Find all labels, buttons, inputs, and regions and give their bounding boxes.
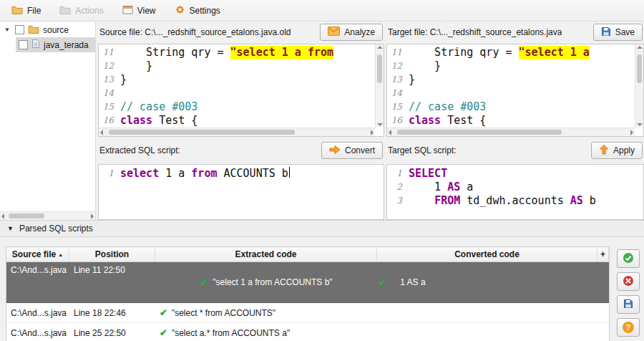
converted-line: 1 AS a [391, 277, 513, 288]
code-token: b [583, 194, 596, 208]
source-code-editor[interactable]: 11 String qry = "select 1 a from 12 } 13… [98, 44, 384, 137]
code-line: 12 } [387, 59, 643, 73]
cell-extracted-code: ✔ "select * from ACCOUNTS" [155, 303, 377, 322]
scrollbar-thumb[interactable] [397, 130, 562, 135]
code-line: 11 String qry = "select 1 a [387, 46, 643, 59]
code-line: 15// case #003 [387, 100, 643, 114]
cell-converted-code [377, 323, 597, 341]
vertical-scrollbar[interactable] [635, 44, 643, 128]
extracted-code-text: "select a.* from ACCOUNTS a" [172, 328, 290, 338]
comment-token: // case #003 [409, 100, 486, 114]
scroll-left-icon[interactable] [389, 130, 391, 135]
line-number: 12 [99, 59, 120, 73]
tree-item-source[interactable]: ▼ source [0, 22, 95, 37]
sort-asc-icon: ▲ [58, 252, 63, 257]
java-file-checkbox[interactable] [19, 40, 28, 49]
parsed-scripts-header[interactable]: ▼ Parsed SQL scripts [0, 220, 644, 237]
source-folder-checkbox[interactable] [15, 25, 24, 34]
save-button[interactable]: Save [593, 24, 643, 41]
scrollbar-thumb[interactable] [377, 54, 382, 83]
tree-item-label: source [43, 25, 69, 35]
code-line: 3 FROM td_dwh.accounts AS b [387, 194, 643, 208]
analyze-button[interactable]: Analyze [320, 24, 383, 41]
code-line: 16class Test { [99, 114, 384, 128]
extracted-sql-editor[interactable]: 1select 1 a from ACCOUNTS b [98, 164, 384, 220]
code-line: 13} [99, 73, 384, 87]
arrow-right-icon [329, 145, 341, 157]
expander-icon[interactable]: ▼ [4, 27, 11, 33]
reject-button[interactable] [617, 272, 640, 291]
keyword-token: class [409, 114, 441, 128]
column-header-position[interactable]: Position [69, 247, 155, 261]
menu-view-label: View [137, 6, 156, 16]
target-sql-editor[interactable]: 1SELECT 2 1 AS a 3 FROM td_dwh.accounts … [386, 164, 644, 220]
convert-button[interactable]: Convert [321, 142, 383, 159]
cell-position: Line 18 22:46 [69, 303, 155, 322]
code-token [409, 194, 434, 208]
column-header-converted-code[interactable]: Converted code [377, 247, 597, 261]
code-line: 13} [387, 73, 643, 87]
scroll-right-icon[interactable] [91, 213, 94, 219]
gear-icon [175, 4, 185, 17]
source-file-title: Source file: C:\..._redshift_source_etal… [99, 27, 291, 37]
menu-view[interactable]: View [117, 2, 165, 19]
vertical-scrollbar[interactable] [375, 44, 384, 128]
column-header-source-file[interactable]: Source file ▲ [6, 247, 69, 261]
check-icon: ✔ [200, 278, 208, 287]
cell-converted-code [377, 303, 597, 322]
cell-source-file: C:\And...s.java [6, 323, 69, 341]
scroll-down-icon[interactable] [637, 123, 643, 126]
scrollbar-thumb[interactable] [637, 54, 642, 83]
menu-settings[interactable]: Settings [169, 1, 229, 20]
keyword-token: select [120, 167, 159, 181]
cell-extracted-code: ✔ "select a.* from ACCOUNTS a" [155, 323, 377, 341]
code-token: a [460, 181, 473, 194]
code-token: String qry = [409, 46, 519, 59]
line-number: 14 [387, 87, 409, 100]
table-row-selected[interactable]: C:\And...s.java Line 11 22:50 ✔ "select … [6, 262, 609, 303]
table-row[interactable]: C:\And...s.java Line 18 22:46 ✔ "select … [6, 303, 609, 323]
scroll-left-icon[interactable] [1, 213, 4, 219]
tree-horizontal-scrollbar[interactable] [0, 211, 95, 220]
check-icon: ✔ [160, 328, 167, 337]
save-results-button[interactable] [617, 295, 640, 314]
highlighted-sql-token: "select 1 a [519, 46, 590, 59]
target-panel: Target file: C:\..._redshift_source_etal… [386, 22, 644, 220]
keyword-token: FROM [434, 194, 460, 208]
scrollbar-thumb[interactable] [109, 130, 295, 135]
column-header-extracted-code[interactable]: Extracted code [155, 247, 377, 261]
collapse-icon[interactable]: ▼ [7, 225, 14, 232]
apply-button[interactable]: Apply [591, 142, 643, 159]
code-token: } [120, 73, 127, 87]
tree-item-label: java_terada [44, 40, 89, 50]
target-sql-label: Target SQL script: [388, 145, 457, 155]
scroll-up-icon[interactable] [637, 46, 643, 49]
cell-position: Line 25 22:50 [69, 323, 155, 341]
accept-button[interactable] [617, 249, 640, 268]
code-line: 16class Test { [387, 114, 643, 128]
check-icon: ✔ [379, 278, 386, 287]
scroll-down-icon[interactable] [377, 123, 383, 126]
scroll-right-icon[interactable] [371, 130, 374, 135]
help-icon: ? [623, 322, 634, 333]
code-line: 14 [387, 87, 643, 100]
horizontal-scrollbar[interactable] [387, 128, 635, 136]
menu-file[interactable]: File [6, 2, 49, 19]
scrollbar-thumb[interactable] [9, 213, 44, 218]
tree-item-java-file[interactable]: java_terada [16, 37, 95, 52]
highlighted-sql-token: "select 1 a from [230, 46, 334, 59]
target-code-editor[interactable]: 11 String qry = "select 1 a 12 } 13} 14 … [386, 44, 644, 137]
add-column-button[interactable]: + [597, 247, 609, 261]
menu-file-label: File [27, 6, 41, 16]
scroll-right-icon[interactable] [630, 130, 633, 135]
horizontal-scrollbar[interactable] [99, 128, 375, 136]
table-row[interactable]: C:\And...s.java Line 25 22:50 ✔ "select … [6, 323, 609, 341]
arrow-up-icon [599, 145, 609, 157]
cell-empty [597, 323, 609, 341]
line-number: 11 [387, 46, 409, 59]
check-circle-icon [623, 252, 634, 266]
scroll-up-icon[interactable] [377, 46, 383, 49]
scroll-left-icon[interactable] [100, 130, 103, 135]
help-button[interactable]: ? [617, 318, 640, 337]
code-line: 12 } [99, 59, 384, 73]
